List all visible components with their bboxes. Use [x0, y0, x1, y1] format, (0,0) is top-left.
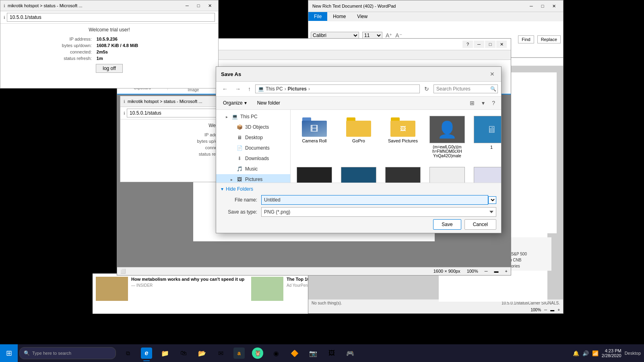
new-folder-btn[interactable]: New folder [254, 99, 284, 107]
hide-folders-btn[interactable]: ▾ Hide Folders [221, 186, 496, 192]
save-dialog-close-btn[interactable]: ✕ [488, 70, 496, 78]
wordpad-maximize-btn[interactable]: □ [537, 2, 548, 10]
browser1-maximize-btn[interactable]: □ [193, 2, 204, 9]
browser1-logoff-btn[interactable]: log off [96, 64, 122, 73]
3d-objects-label: 3D Objects [245, 124, 269, 130]
tab-home[interactable]: Home [327, 12, 351, 21]
file-name-label: File name: [221, 197, 261, 203]
file-item-person-thumb[interactable]: 👤 (m=ewlLG0y)(m h=FMNOM0cXH YnQa42O)male [427, 113, 468, 161]
file-item-thumb-html[interactable]: HTMLMAGCIN... HTMLMAGCIN... [471, 164, 501, 183]
tab-file[interactable]: File [308, 12, 327, 21]
paint-maximize-btn[interactable]: □ [485, 41, 495, 48]
view-details-btn[interactable]: ▾ [479, 98, 487, 108]
shrink-font-btn[interactable]: A⁻ [395, 32, 402, 39]
font-size-selector[interactable]: 11 [362, 32, 382, 39]
nav-back-btn[interactable]: ← [219, 84, 231, 94]
start-button[interactable]: ⊞ [0, 344, 18, 362]
sidebar-item-documents[interactable]: 📄 Documents [216, 143, 290, 153]
news-thumb-2[interactable] [251, 277, 283, 301]
browser1-minimize-btn[interactable]: ─ [182, 2, 192, 9]
taskbar-camera-btn[interactable]: 📷 [304, 344, 322, 362]
browser1-url-input[interactable] [7, 13, 215, 22]
taskbar-store-btn[interactable]: 🛍 [175, 344, 192, 362]
file-item-thumb-7[interactable]: 7 [294, 164, 335, 183]
nav-refresh-btn[interactable]: ↻ [421, 84, 432, 94]
sidebar-item-desktop[interactable]: 🖥 Desktop [216, 132, 290, 143]
taskbar-tripadvisor-btn[interactable]: 🦉 [249, 344, 266, 362]
help-btn[interactable]: ? [489, 98, 498, 108]
grow-font-btn[interactable]: A⁺ [386, 32, 392, 39]
sidebar-item-pictures[interactable]: ▸ 🖼 Pictures [216, 174, 290, 183]
taskbar-clock[interactable]: 4:23 PM 2/28/2020 [602, 348, 621, 358]
file-name-dropdown[interactable] [488, 196, 496, 204]
news-thumb-1[interactable] [96, 277, 128, 301]
sidebar-item-downloads[interactable]: ⬇ Downloads [216, 153, 290, 164]
taskbar-mail-btn[interactable]: ✉ [212, 344, 229, 362]
taskbar-search-box[interactable]: 🔍 Type here to search [19, 347, 116, 359]
wordpad-title-bar: New Rich Text Document (402) - WordPad ─… [308, 0, 563, 12]
paint-help-btn[interactable]: ? [462, 41, 473, 48]
sidebar-item-3d-objects[interactable]: 📦 3D Objects [216, 122, 290, 132]
nav-up-btn[interactable]: ↑ [245, 84, 254, 94]
taskbar-notification-icon[interactable]: 🔔 [573, 350, 579, 356]
person-silhouette-icon: 👤 [437, 120, 457, 139]
taskbar-file-manager-btn[interactable]: 📂 [193, 344, 211, 362]
taskbar-file-explorer-btn[interactable]: 📁 [156, 344, 174, 362]
taskbar-app8-btn[interactable]: ◉ [267, 344, 285, 362]
save-type-select[interactable]: PNG (*.png) JPEG (*.jpg) BMP (*.bmp) GIF… [261, 207, 496, 217]
paint-zoom-decrease[interactable]: ─ [485, 269, 488, 274]
paint-zoom-slider[interactable]: ▬ [494, 269, 499, 274]
tab-view[interactable]: View [351, 12, 373, 21]
font-selector[interactable]: Calibri [311, 32, 359, 39]
sidebar-item-music[interactable]: 🎵 Music [216, 164, 290, 174]
nav-forward-btn[interactable]: → [232, 84, 244, 94]
taskbar-photos-btn[interactable]: 🖼 [323, 344, 341, 362]
breadcrumb-this-pc[interactable]: This PC [266, 86, 283, 92]
view-toggle-btn[interactable]: ⊞ [467, 98, 477, 108]
organize-btn[interactable]: Organize ▾ [219, 99, 250, 107]
taskbar-amazon-btn[interactable]: a [230, 344, 248, 362]
file-item-screen-thumb[interactable]: 🖥 1 [471, 113, 501, 161]
browser1-close-btn[interactable]: ✕ [204, 2, 215, 9]
taskbar-volume-icon[interactable]: 🔊 [582, 350, 589, 356]
organize-chevron-icon: ▾ [244, 100, 247, 106]
sidebar-item-this-pc[interactable]: ▸ 💻 This PC [216, 111, 290, 122]
mail-icon: ✉ [215, 348, 226, 359]
file-item-thumb-510[interactable]: 510 [338, 164, 379, 183]
taskbar-desktop-btn[interactable]: Desktop [625, 351, 641, 356]
taskbar-task-view-btn[interactable]: ⧉ [119, 344, 137, 362]
desktop-label: Desktop [245, 135, 263, 140]
replace-btn[interactable]: Replace [537, 35, 561, 43]
taskbar-network-icon[interactable]: 📶 [592, 350, 599, 356]
file-item-saved-pictures[interactable]: 🖼 Saved Pictures [382, 113, 423, 161]
downloads-label: Downloads [245, 156, 269, 161]
file-item-gopro[interactable]: GoPro [338, 113, 379, 161]
cancel-btn[interactable]: Cancel [464, 219, 496, 230]
paint-close-btn[interactable]: ✕ [496, 41, 507, 48]
task-view-icon: ⧉ [122, 348, 134, 359]
file-name-input[interactable] [261, 195, 488, 205]
expand-icon [229, 146, 234, 150]
taskbar-edge-btn[interactable]: e [138, 344, 155, 362]
save-btn[interactable]: Save [433, 219, 461, 230]
breadcrumb-pictures[interactable]: Pictures [288, 86, 307, 92]
search-pictures-input[interactable] [433, 84, 498, 93]
save-type-row: Save as type: PNG (*.png) JPEG (*.jpg) B… [221, 207, 496, 217]
file-item-thumb-billing[interactable]: billing-address... [427, 164, 468, 183]
wordpad-minimize-btn[interactable]: ─ [526, 2, 537, 10]
wordpad-close-btn[interactable]: ✕ [549, 2, 559, 10]
file-item-thumb-channel[interactable]: ba-channel-dro... [382, 164, 423, 183]
paint-minimize-btn[interactable]: ─ [474, 41, 484, 48]
taskbar-vlc-btn[interactable]: 🔶 [286, 344, 303, 362]
save-dialog-bottom: ▾ Hide Folders File name: Save as type: … [216, 183, 501, 233]
wordpad-zoom-slider[interactable]: ▬ [550, 308, 554, 312]
taskbar-app12-btn[interactable]: 🎮 [341, 344, 359, 362]
wordpad-zoom-level: 100% [530, 308, 541, 312]
paint-zoom-increase[interactable]: + [505, 269, 508, 274]
file-item-camera-roll[interactable]: 🎞 Camera Roll [294, 113, 335, 161]
taskbar-search-placeholder: Type here to search [32, 351, 71, 356]
wordpad-zoom-decrease[interactable]: ─ [544, 308, 547, 312]
folder-body [346, 121, 371, 137]
find-btn[interactable]: Find [518, 35, 534, 43]
wordpad-zoom-increase[interactable]: + [557, 308, 560, 312]
